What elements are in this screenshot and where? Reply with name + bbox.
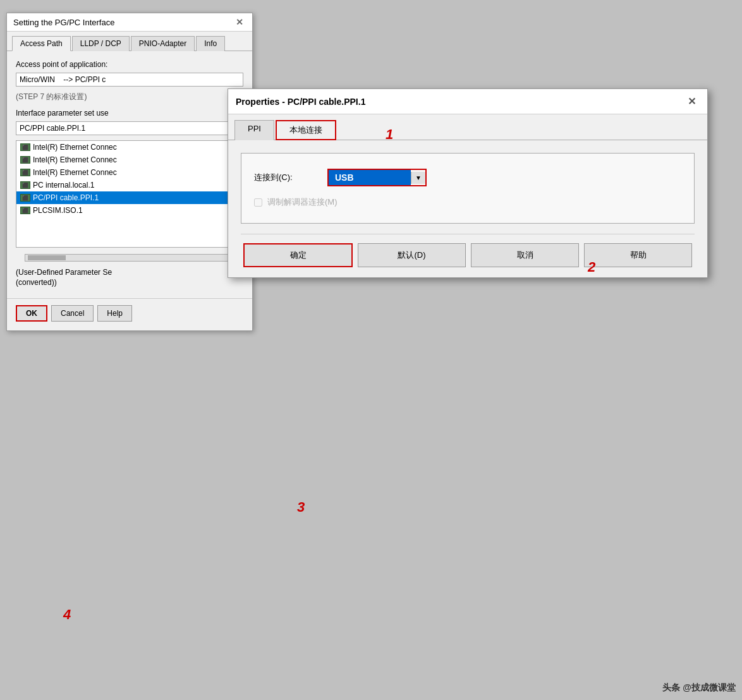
- interface-input[interactable]: [16, 121, 243, 135]
- connect-row: 连接到(C): USB COM1 COM2 ▼: [254, 169, 681, 186]
- list-item[interactable]: ⬛ Intel(R) Ethernet Connec: [16, 154, 243, 166]
- scroll-thumb: [28, 255, 66, 260]
- net-icon: ⬛: [20, 156, 30, 164]
- tab-pnio-adapter[interactable]: PNIO-Adapter: [131, 36, 195, 51]
- hint-text: (STEP 7 的标准设置): [16, 92, 243, 102]
- help-button[interactable]: 帮助: [584, 243, 692, 267]
- user-defined-label: (User-Defined Parameter Se: [16, 268, 243, 277]
- watermark: 头条 @技成微课堂: [662, 682, 736, 694]
- net-icon: ⬛: [20, 194, 30, 202]
- ok-button[interactable]: OK: [16, 305, 47, 322]
- props-body: 连接到(C): USB COM1 COM2 ▼ 调制解调器连接(M) 确定 默认…: [228, 140, 707, 277]
- props-title: Properties - PC/PPI cable.PPI.1: [236, 97, 365, 107]
- tab-lldp-dcp[interactable]: LLDP / DCP: [72, 36, 130, 51]
- props-inner-box: 连接到(C): USB COM1 COM2 ▼ 调制解调器连接(M): [241, 153, 695, 224]
- main-dialog-title: Setting the PG/PC Interface: [13, 18, 114, 27]
- modem-checkbox[interactable]: [254, 198, 262, 207]
- main-tabs-bar: Access Path LLDP / DCP PNIO-Adapter Info: [7, 32, 252, 51]
- main-dialog: Setting the PG/PC Interface ✕ Access Pat…: [6, 13, 253, 331]
- usb-select[interactable]: USB COM1 COM2: [329, 170, 411, 185]
- main-dialog-close[interactable]: ✕: [233, 17, 246, 27]
- net-icon: ⬛: [20, 181, 30, 189]
- net-icon: ⬛: [20, 207, 30, 214]
- list-item[interactable]: ⬛ Intel(R) Ethernet Connec: [16, 141, 243, 154]
- main-dialog-titlebar: Setting the PG/PC Interface ✕: [7, 13, 252, 32]
- cancel-button[interactable]: 取消: [471, 243, 579, 267]
- checkbox-row: 调制解调器连接(M): [254, 196, 681, 208]
- tab-access-path[interactable]: Access Path: [12, 36, 71, 51]
- dropdown-arrow-icon[interactable]: ▼: [411, 172, 425, 184]
- list-item[interactable]: ⬛ PC internal.local.1: [16, 179, 243, 191]
- props-titlebar: Properties - PC/PPI cable.PPI.1 ✕: [228, 89, 707, 114]
- list-item-selected[interactable]: ⬛ PC/PPI cable.PPI.1: [16, 191, 243, 204]
- user-defined-label2: (converted)): [16, 278, 243, 287]
- props-tabs: PPI 本地连接: [228, 114, 707, 140]
- access-point-input[interactable]: [16, 73, 243, 87]
- list-item[interactable]: ⬛ PLCSIM.ISO.1: [16, 204, 243, 217]
- usb-select-wrapper: USB COM1 COM2 ▼: [327, 169, 427, 186]
- list-item[interactable]: ⬛ Intel(R) Ethernet Connec: [16, 166, 243, 179]
- cancel-button[interactable]: Cancel: [51, 305, 94, 322]
- tab-ppi[interactable]: PPI: [234, 120, 274, 140]
- default-button[interactable]: 默认(D): [358, 243, 466, 267]
- main-bottom-buttons: OK Cancel Help: [7, 298, 252, 330]
- help-button[interactable]: Help: [97, 305, 132, 322]
- horizontal-scrollbar[interactable]: [25, 254, 234, 262]
- props-dialog: Properties - PC/PPI cable.PPI.1 ✕ PPI 本地…: [228, 88, 708, 278]
- access-point-label: Access point of application:: [16, 60, 243, 69]
- confirm-button[interactable]: 确定: [243, 243, 353, 267]
- props-close[interactable]: ✕: [684, 94, 700, 109]
- annotation-4: 4: [63, 606, 71, 623]
- interface-list[interactable]: ⬛ Intel(R) Ethernet Connec ⬛ Intel(R) Et…: [16, 140, 243, 248]
- props-bottom-buttons: 确定 默认(D) 取消 帮助: [241, 234, 695, 267]
- connect-label: 连接到(C):: [254, 172, 317, 183]
- net-icon: ⬛: [20, 143, 30, 151]
- modem-label: 调制解调器连接(M): [267, 196, 338, 208]
- tab-local-connection[interactable]: 本地连接: [276, 120, 336, 140]
- main-dialog-content: Access point of application: (STEP 7 的标准…: [7, 51, 252, 294]
- net-icon: ⬛: [20, 169, 30, 176]
- interface-label: Interface parameter set use: [16, 109, 243, 118]
- tab-info[interactable]: Info: [196, 36, 225, 51]
- annotation-3: 3: [297, 499, 305, 516]
